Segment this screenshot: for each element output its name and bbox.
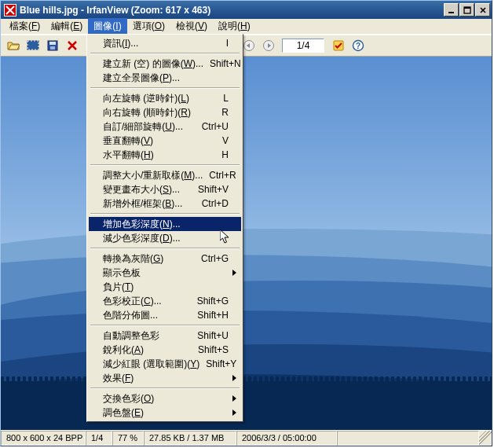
menu-item-shortcut: I <box>226 38 229 49</box>
menu-item-shortcut: R <box>221 107 229 118</box>
menu-separator <box>90 248 240 249</box>
menu-item-label: 調整大小/重新取樣(M)... <box>103 169 203 182</box>
menu-item-label: 資訊(I)... <box>103 37 220 50</box>
menu-item[interactable]: 增加色彩深度(N)... <box>89 217 241 231</box>
resize-grip[interactable] <box>479 431 492 446</box>
menu-item-shortcut: Shift+G <box>197 296 229 307</box>
image-canvas[interactable] <box>1 57 492 430</box>
displayed-image <box>1 57 492 430</box>
menu-item-label: 調色盤(E) <box>103 406 229 420</box>
menu-item-shortcut: Shift+V <box>198 184 229 195</box>
svg-rect-9 <box>50 46 55 50</box>
menu-item[interactable]: 效果(F) <box>89 371 241 385</box>
menu-item-label: 轉換為灰階(G) <box>103 252 195 266</box>
menu-item[interactable]: 建立全景圖像(P)... <box>89 71 241 85</box>
menu-item-label: 顯示色板 <box>103 266 229 280</box>
menu-item[interactable]: 減少紅眼 (選取範圍)(Y)Shift+Y <box>89 357 241 371</box>
menu-h[interactable]: 說明(H) <box>213 18 256 35</box>
minimize-button[interactable] <box>444 3 459 17</box>
page-indicator[interactable]: 1/4 <box>282 39 324 53</box>
options-button[interactable] <box>329 37 347 54</box>
menu-i[interactable]: 圖像(I) <box>88 18 126 35</box>
menu-item[interactable]: 轉換為灰階(G)Ctrl+G <box>89 252 241 266</box>
help-button[interactable]: ? <box>349 37 367 54</box>
title-bar[interactable]: Blue hills.jpg - IrfanView (Zoom: 617 x … <box>1 1 492 19</box>
menu-item[interactable]: 色階分佈圖...Shift+H <box>89 308 241 322</box>
slideshow-button[interactable] <box>24 37 42 54</box>
menu-separator <box>90 53 240 54</box>
menu-item-label: 建立新 (空) 的圖像(W)... <box>103 57 203 71</box>
delete-button[interactable] <box>63 37 81 54</box>
menu-item-shortcut: Ctrl+G <box>201 253 229 264</box>
menu-item[interactable]: 向右旋轉 (順時針)(R)R <box>89 105 241 119</box>
menu-item-shortcut: H <box>221 149 229 160</box>
menu-item-label: 銳利化(A) <box>103 343 192 357</box>
menu-item[interactable]: 新增外框/框架(B)...Ctrl+D <box>89 196 241 211</box>
svg-text:?: ? <box>355 42 360 50</box>
menu-item-label: 水平翻轉(H) <box>103 149 215 162</box>
status-empty <box>337 431 479 446</box>
menu-item-shortcut: L <box>223 93 229 104</box>
close-button[interactable] <box>475 3 490 17</box>
menu-item-label: 變更畫布大小(S)... <box>103 183 192 196</box>
menu-item-label: 自訂/細部旋轉(U)... <box>103 120 196 134</box>
menu-item[interactable]: 垂直翻轉(V)V <box>89 134 241 148</box>
svg-rect-8 <box>49 42 56 45</box>
open-button[interactable] <box>4 37 22 54</box>
menu-item-label: 交換色彩(O) <box>103 392 229 406</box>
menu-item[interactable]: 資訊(I)...I <box>89 36 241 50</box>
menu-item[interactable]: 色彩校正(C)...Shift+G <box>89 294 241 308</box>
window-buttons <box>443 3 490 17</box>
menu-image-dropdown[interactable]: 資訊(I)...I建立新 (空) 的圖像(W)...Shift+N建立全景圖像(… <box>86 34 243 422</box>
menu-item[interactable]: 調整大小/重新取樣(M)...Ctrl+R <box>89 168 241 182</box>
app-icon <box>4 4 16 17</box>
menu-separator <box>90 164 240 166</box>
status-zoom: 77 % <box>112 431 144 446</box>
menu-item[interactable]: 減少色彩深度(D)... <box>89 231 241 245</box>
menu-item-label: 增加色彩深度(N)... <box>103 218 229 231</box>
maximize-button[interactable] <box>459 3 474 17</box>
status-dimensions: 800 x 600 x 24 BPP <box>1 431 86 446</box>
menu-item[interactable]: 銳利化(A)Shift+S <box>89 343 241 357</box>
menu-item-label: 向右旋轉 (順時針)(R) <box>103 106 215 119</box>
menu-item-shortcut: Ctrl+U <box>202 121 229 132</box>
menu-item[interactable]: 交換色彩(O) <box>89 391 241 406</box>
menu-separator <box>90 325 240 326</box>
application-window: Blue hills.jpg - IrfanView (Zoom: 617 x … <box>0 0 492 446</box>
menu-o[interactable]: 選項(O) <box>127 18 170 35</box>
menu-item-shortcut: Ctrl+R <box>209 170 236 181</box>
menu-item-label: 新增外框/框架(B)... <box>103 197 196 211</box>
menu-item[interactable]: 建立新 (空) 的圖像(W)...Shift+N <box>89 57 241 71</box>
next-page-button[interactable] <box>259 37 277 54</box>
save-button[interactable] <box>43 37 61 54</box>
toolbar: 1/4 ? <box>1 35 492 57</box>
menu-f[interactable]: 檔案(F) <box>4 18 46 35</box>
status-datetime: 2006/3/3 / 05:00:00 <box>236 431 337 446</box>
menu-item-label: 建立全景圖像(P)... <box>103 72 229 85</box>
menu-item[interactable]: 向左旋轉 (逆時針)(L)L <box>89 91 241 105</box>
menu-item-label: 色彩校正(C)... <box>103 295 191 308</box>
menu-item[interactable]: 變更畫布大小(S)...Shift+V <box>89 182 241 196</box>
menu-item[interactable]: 調色盤(E) <box>89 406 241 420</box>
menu-item[interactable]: 負片(T) <box>89 280 241 294</box>
menu-item-shortcut: Shift+U <box>197 330 229 341</box>
menu-v[interactable]: 檢視(V) <box>170 18 213 35</box>
menu-item-shortcut: Shift+H <box>197 310 229 321</box>
menu-item-label: 自動調整色彩 <box>103 329 191 343</box>
menu-item[interactable]: 自訂/細部旋轉(U)...Ctrl+U <box>89 119 241 134</box>
svg-rect-4 <box>464 7 470 9</box>
menu-separator <box>90 87 240 89</box>
menu-separator <box>90 387 240 389</box>
menu-bar[interactable]: 檔案(F)編輯(E)圖像(I)選項(O)檢視(V)說明(H) <box>1 19 492 35</box>
menu-item-shortcut: Shift+Y <box>206 358 236 369</box>
menu-item-shortcut: Shift+N <box>210 58 241 69</box>
menu-separator <box>90 213 240 215</box>
menu-item[interactable]: 水平翻轉(H)H <box>89 148 241 162</box>
menu-item-label: 向左旋轉 (逆時針)(L) <box>103 92 217 105</box>
status-page: 1/4 <box>86 431 112 446</box>
menu-item[interactable]: 顯示色板 <box>89 266 241 280</box>
menu-e[interactable]: 編輯(E) <box>46 18 88 35</box>
menu-item-label: 減少紅眼 (選取範圍)(Y) <box>103 358 199 371</box>
svg-rect-2 <box>448 12 454 13</box>
menu-item[interactable]: 自動調整色彩Shift+U <box>89 329 241 343</box>
